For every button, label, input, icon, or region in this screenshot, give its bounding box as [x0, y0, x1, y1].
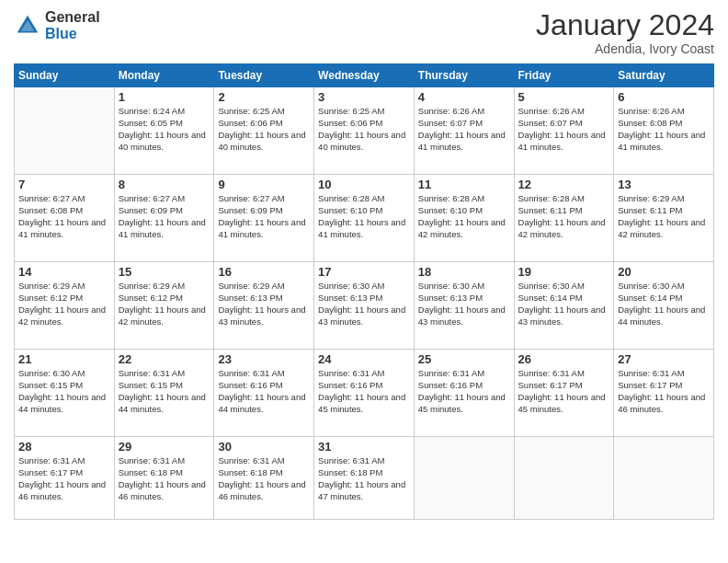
cal-cell: [15, 87, 115, 175]
day-number: 1: [119, 90, 210, 104]
cal-cell: 6Sunrise: 6:26 AMSunset: 6:08 PMDaylight…: [614, 87, 714, 175]
week-row-3: 14Sunrise: 6:29 AMSunset: 6:12 PMDayligh…: [15, 262, 714, 350]
day-number: 7: [18, 178, 110, 191]
cell-info: Sunrise: 6:27 AMSunset: 6:08 PMDaylight:…: [18, 193, 110, 240]
week-row-5: 28Sunrise: 6:31 AMSunset: 6:17 PMDayligh…: [15, 437, 714, 520]
day-number: 17: [318, 265, 410, 279]
title-block: January 2024 Adendia, Ivory Coast: [536, 9, 714, 56]
cal-cell: 14Sunrise: 6:29 AMSunset: 6:12 PMDayligh…: [15, 262, 115, 350]
cal-cell: 2Sunrise: 6:25 AMSunset: 6:06 PMDaylight…: [214, 87, 314, 175]
day-number: 29: [119, 440, 210, 454]
cal-cell: [514, 437, 614, 520]
cal-cell: 13Sunrise: 6:29 AMSunset: 6:11 PMDayligh…: [614, 175, 714, 262]
cal-cell: 26Sunrise: 6:31 AMSunset: 6:17 PMDayligh…: [514, 350, 614, 437]
cell-info: Sunrise: 6:25 AMSunset: 6:06 PMDaylight:…: [218, 106, 310, 153]
day-number: 11: [418, 178, 510, 191]
cal-cell: 29Sunrise: 6:31 AMSunset: 6:18 PMDayligh…: [114, 437, 214, 520]
cal-cell: 7Sunrise: 6:27 AMSunset: 6:08 PMDaylight…: [15, 175, 115, 262]
day-number: 19: [518, 265, 610, 279]
logo-general: General: [45, 9, 100, 26]
header: General Blue January 2024 Adendia, Ivory…: [14, 9, 714, 56]
cell-info: Sunrise: 6:31 AMSunset: 6:16 PMDaylight:…: [318, 368, 410, 415]
cell-info: Sunrise: 6:26 AMSunset: 6:07 PMDaylight:…: [418, 106, 510, 153]
day-number: 2: [218, 90, 310, 104]
cell-info: Sunrise: 6:29 AMSunset: 6:13 PMDaylight:…: [218, 281, 310, 327]
day-header-friday: Friday: [514, 64, 614, 87]
logo-blue: Blue: [45, 26, 100, 42]
day-number: 15: [119, 265, 210, 279]
cell-info: Sunrise: 6:31 AMSunset: 6:16 PMDaylight:…: [218, 368, 310, 415]
day-number: 13: [618, 178, 710, 191]
day-header-sunday: Sunday: [15, 64, 115, 87]
cell-info: Sunrise: 6:30 AMSunset: 6:13 PMDaylight:…: [318, 281, 410, 327]
logo-icon: [14, 12, 41, 40]
cal-cell: 10Sunrise: 6:28 AMSunset: 6:10 PMDayligh…: [314, 175, 415, 262]
cell-info: Sunrise: 6:31 AMSunset: 6:16 PMDaylight:…: [418, 368, 510, 415]
day-number: 18: [418, 265, 510, 279]
cell-info: Sunrise: 6:28 AMSunset: 6:10 PMDaylight:…: [318, 193, 410, 240]
cal-cell: [614, 437, 714, 520]
cal-cell: 20Sunrise: 6:30 AMSunset: 6:14 PMDayligh…: [614, 262, 714, 350]
cell-info: Sunrise: 6:31 AMSunset: 6:15 PMDaylight:…: [119, 368, 210, 415]
cal-cell: 21Sunrise: 6:30 AMSunset: 6:15 PMDayligh…: [15, 350, 115, 437]
cell-info: Sunrise: 6:30 AMSunset: 6:14 PMDaylight:…: [518, 281, 610, 327]
day-number: 3: [318, 90, 410, 104]
day-number: 27: [618, 352, 710, 366]
cell-info: Sunrise: 6:26 AMSunset: 6:08 PMDaylight:…: [618, 106, 710, 153]
cell-info: Sunrise: 6:31 AMSunset: 6:17 PMDaylight:…: [518, 368, 610, 415]
day-number: 6: [618, 90, 710, 104]
cell-info: Sunrise: 6:30 AMSunset: 6:13 PMDaylight:…: [418, 281, 510, 327]
logo-text: General Blue: [45, 9, 100, 41]
day-header-saturday: Saturday: [614, 64, 714, 87]
cal-cell: 27Sunrise: 6:31 AMSunset: 6:17 PMDayligh…: [614, 350, 714, 437]
day-number: 9: [218, 178, 310, 191]
day-header-wednesday: Wednesday: [314, 64, 415, 87]
cal-cell: [414, 437, 514, 520]
cal-cell: 28Sunrise: 6:31 AMSunset: 6:17 PMDayligh…: [15, 437, 115, 520]
day-number: 4: [418, 90, 510, 104]
day-number: 10: [318, 178, 410, 191]
cal-cell: 1Sunrise: 6:24 AMSunset: 6:05 PMDaylight…: [114, 87, 214, 175]
day-number: 5: [518, 90, 610, 104]
cell-info: Sunrise: 6:24 AMSunset: 6:05 PMDaylight:…: [119, 106, 210, 153]
cal-cell: 17Sunrise: 6:30 AMSunset: 6:13 PMDayligh…: [314, 262, 415, 350]
day-number: 8: [119, 178, 210, 191]
cal-cell: 23Sunrise: 6:31 AMSunset: 6:16 PMDayligh…: [214, 350, 314, 437]
cal-cell: 22Sunrise: 6:31 AMSunset: 6:15 PMDayligh…: [114, 350, 214, 437]
day-number: 21: [18, 352, 110, 366]
location: Adendia, Ivory Coast: [536, 41, 714, 56]
cal-cell: 8Sunrise: 6:27 AMSunset: 6:09 PMDaylight…: [114, 175, 214, 262]
cal-cell: 25Sunrise: 6:31 AMSunset: 6:16 PMDayligh…: [414, 350, 514, 437]
week-row-1: 1Sunrise: 6:24 AMSunset: 6:05 PMDaylight…: [15, 87, 714, 175]
day-number: 23: [218, 352, 310, 366]
cal-cell: 15Sunrise: 6:29 AMSunset: 6:12 PMDayligh…: [114, 262, 214, 350]
day-number: 14: [18, 265, 110, 279]
cell-info: Sunrise: 6:28 AMSunset: 6:10 PMDaylight:…: [418, 193, 510, 240]
day-header-row: SundayMondayTuesdayWednesdayThursdayFrid…: [15, 64, 714, 87]
cell-info: Sunrise: 6:25 AMSunset: 6:06 PMDaylight:…: [318, 106, 410, 153]
day-number: 28: [18, 440, 110, 454]
day-number: 16: [218, 265, 310, 279]
cell-info: Sunrise: 6:30 AMSunset: 6:14 PMDaylight:…: [618, 281, 710, 327]
cell-info: Sunrise: 6:28 AMSunset: 6:11 PMDaylight:…: [518, 193, 610, 240]
cell-info: Sunrise: 6:31 AMSunset: 6:17 PMDaylight:…: [18, 455, 110, 502]
day-number: 30: [218, 440, 310, 454]
cal-cell: 31Sunrise: 6:31 AMSunset: 6:18 PMDayligh…: [314, 437, 415, 520]
day-number: 24: [318, 352, 410, 366]
cell-info: Sunrise: 6:31 AMSunset: 6:18 PMDaylight:…: [119, 455, 210, 502]
cell-info: Sunrise: 6:29 AMSunset: 6:11 PMDaylight:…: [618, 193, 710, 240]
cell-info: Sunrise: 6:29 AMSunset: 6:12 PMDaylight:…: [119, 281, 210, 327]
cal-cell: 3Sunrise: 6:25 AMSunset: 6:06 PMDaylight…: [314, 87, 415, 175]
cell-info: Sunrise: 6:31 AMSunset: 6:17 PMDaylight:…: [618, 368, 710, 415]
cell-info: Sunrise: 6:29 AMSunset: 6:12 PMDaylight:…: [18, 281, 110, 327]
day-number: 31: [318, 440, 410, 454]
cal-cell: 16Sunrise: 6:29 AMSunset: 6:13 PMDayligh…: [214, 262, 314, 350]
cell-info: Sunrise: 6:26 AMSunset: 6:07 PMDaylight:…: [518, 106, 610, 153]
page-container: General Blue January 2024 Adendia, Ivory…: [0, 0, 728, 563]
cal-cell: 12Sunrise: 6:28 AMSunset: 6:11 PMDayligh…: [514, 175, 614, 262]
cal-cell: 4Sunrise: 6:26 AMSunset: 6:07 PMDaylight…: [414, 87, 514, 175]
cell-info: Sunrise: 6:30 AMSunset: 6:15 PMDaylight:…: [18, 368, 110, 415]
logo: General Blue: [14, 9, 100, 41]
month-title: January 2024: [536, 9, 714, 41]
cal-cell: 30Sunrise: 6:31 AMSunset: 6:18 PMDayligh…: [214, 437, 314, 520]
